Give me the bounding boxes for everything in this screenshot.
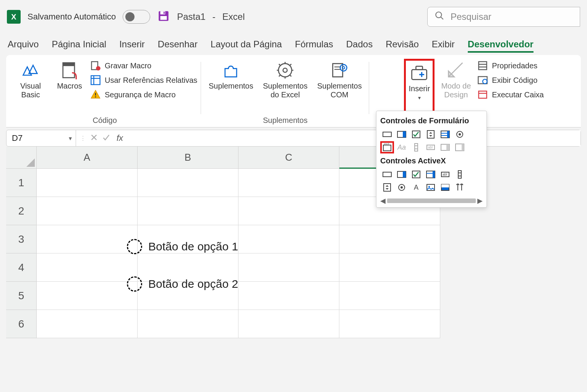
ax-label-control[interactable]: A: [409, 181, 423, 194]
macros-button[interactable]: Macros: [51, 59, 88, 116]
tab-developer[interactable]: Desenvolvedor: [468, 39, 533, 53]
ax-more-controls[interactable]: [453, 181, 467, 194]
cell[interactable]: [138, 310, 238, 338]
form-groupbox-control[interactable]: XYZ: [380, 141, 394, 153]
tab-page-layout[interactable]: Layout da Página: [211, 39, 282, 53]
cell[interactable]: [138, 197, 238, 225]
row-header-6[interactable]: 6: [6, 310, 37, 338]
form-combo-control[interactable]: [395, 128, 409, 140]
form-dropdown-edit-control[interactable]: [453, 141, 467, 153]
cell[interactable]: [339, 310, 440, 338]
tab-file[interactable]: Arquivo: [8, 39, 39, 53]
form-scrollbar-control[interactable]: [409, 141, 423, 153]
row-header-5[interactable]: 5: [6, 282, 37, 310]
col-header-c[interactable]: C: [238, 147, 339, 169]
cell[interactable]: [238, 197, 339, 225]
col-header-b[interactable]: B: [138, 147, 238, 169]
scroll-right-icon[interactable]: ▶: [477, 197, 483, 205]
scroll-left-icon[interactable]: ◀: [380, 197, 386, 205]
cell[interactable]: [37, 225, 138, 253]
excel-addins-button[interactable]: Suplementos do Excel: [259, 59, 311, 116]
save-icon[interactable]: [157, 10, 170, 24]
form-combo-edit-control[interactable]: [438, 141, 452, 153]
cell[interactable]: [238, 225, 339, 253]
use-relative-refs-button[interactable]: Usar Referências Relativas: [90, 75, 197, 85]
tab-insert[interactable]: Inserir: [119, 39, 145, 53]
form-button-control[interactable]: [380, 128, 394, 140]
record-macro-button[interactable]: Gravar Macro: [90, 60, 197, 71]
ax-combo-control[interactable]: [395, 168, 409, 181]
tab-view[interactable]: Exibir: [432, 39, 455, 53]
ax-textbox-control[interactable]: abl: [438, 168, 452, 181]
run-dialog-button[interactable]: Executar Caixa: [477, 89, 544, 100]
cell[interactable]: [37, 282, 138, 310]
run-dialog-icon: [477, 89, 488, 100]
form-label-control[interactable]: Aa: [395, 141, 409, 153]
cell[interactable]: [37, 310, 138, 338]
form-spinner-control[interactable]: [424, 128, 438, 140]
design-mode-button[interactable]: Modo de Design: [437, 59, 475, 116]
design-mode-label: Modo de Design: [438, 82, 474, 99]
title-separator: -: [212, 11, 216, 22]
form-option-control[interactable]: [453, 128, 467, 140]
form-textfield-control[interactable]: abl: [424, 141, 438, 153]
ax-listbox-control[interactable]: [424, 168, 438, 181]
svg-rect-2: [164, 12, 165, 14]
tab-data[interactable]: Dados: [346, 39, 373, 53]
col-header-a[interactable]: A: [37, 147, 138, 169]
option-button-1[interactable]: Botão de opção 1: [127, 239, 238, 254]
search-input[interactable]: [451, 11, 573, 22]
cell[interactable]: [37, 253, 138, 282]
row-header-2[interactable]: 2: [6, 197, 37, 225]
cell[interactable]: [138, 169, 238, 197]
macro-security-button[interactable]: Segurança de Macro: [90, 89, 197, 100]
ax-button-control[interactable]: [380, 168, 394, 181]
chevron-down-icon[interactable]: ▾: [69, 135, 72, 142]
row-header-4[interactable]: 4: [6, 253, 37, 282]
name-box[interactable]: D7 ▾: [6, 130, 76, 146]
worksheet: A B C D 1 2 3 4 5 6 Botão de opção 1 Bot…: [6, 147, 587, 338]
form-checkbox-control[interactable]: [409, 128, 423, 140]
com-addins-button[interactable]: Suplementos COM: [313, 59, 365, 116]
ax-spinner-control[interactable]: [380, 181, 394, 194]
autosave-toggle[interactable]: [123, 10, 150, 24]
formula-bar: D7 ▾ ⋮ fx: [6, 130, 581, 147]
tab-home[interactable]: Página Inicial: [52, 39, 106, 53]
cell[interactable]: [238, 169, 339, 197]
insert-controls-button[interactable]: Inserir ▾: [404, 59, 435, 116]
search-box[interactable]: [427, 7, 580, 27]
ax-scrollbar-control[interactable]: [453, 168, 467, 181]
visual-basic-button[interactable]: Visual Basic: [12, 59, 49, 116]
tab-review[interactable]: Revisão: [386, 39, 419, 53]
cell[interactable]: [37, 169, 138, 197]
cell[interactable]: [238, 282, 339, 310]
tab-draw[interactable]: Desenhar: [158, 39, 198, 53]
formula-input[interactable]: [129, 130, 581, 146]
cell[interactable]: [339, 282, 440, 310]
option-button-2[interactable]: Botão de opção 2: [127, 276, 238, 292]
cell[interactable]: [238, 253, 339, 282]
cell[interactable]: [238, 310, 339, 338]
properties-button[interactable]: Propriedades: [477, 60, 544, 71]
enter-formula-icon[interactable]: [102, 133, 110, 143]
form-listbox-control[interactable]: [438, 128, 452, 140]
row-header-3[interactable]: 3: [6, 225, 37, 253]
select-all-cell[interactable]: [6, 147, 37, 169]
tab-formulas[interactable]: Fórmulas: [295, 39, 333, 53]
popup-scrollbar[interactable]: ◀ ▶: [380, 197, 483, 205]
ax-image-control[interactable]: [424, 181, 438, 194]
ax-option-control[interactable]: [395, 181, 409, 194]
addins-button[interactable]: Suplementos: [205, 59, 257, 116]
view-code-button[interactable]: Exibir Código: [477, 75, 544, 85]
cell[interactable]: [37, 197, 138, 225]
cell[interactable]: [339, 225, 440, 253]
search-icon: [435, 11, 444, 23]
fx-icon[interactable]: fx: [114, 133, 125, 143]
row-header-1[interactable]: 1: [6, 169, 37, 197]
ribbon-tabs: Arquivo Página Inicial Inserir Desenhar …: [0, 34, 587, 53]
ax-checkbox-control[interactable]: [409, 168, 423, 181]
scroll-track[interactable]: [387, 198, 476, 203]
cancel-formula-icon[interactable]: [90, 133, 98, 143]
ax-toggle-control[interactable]: [438, 181, 452, 194]
cell[interactable]: [339, 253, 440, 282]
